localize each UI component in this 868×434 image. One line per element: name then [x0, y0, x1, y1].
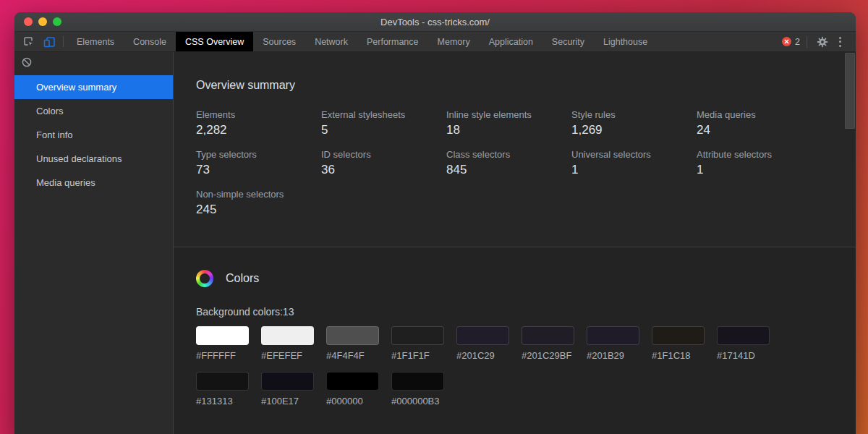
- css-overview-panel: Overview summary Colors Font info Unused…: [14, 52, 856, 434]
- error-count[interactable]: 2: [795, 37, 800, 47]
- menu-separator: [807, 36, 807, 48]
- tabbar-right-controls: 2: [782, 32, 856, 51]
- color-wheel-icon: [196, 270, 213, 287]
- kebab-icon: [839, 37, 841, 47]
- stat-elements: Elements 2,282: [196, 109, 321, 137]
- color-swatch: [652, 326, 705, 345]
- background-colors-row-2: #131313 #100E17 #000000 #000000B3: [196, 372, 821, 407]
- close-window-button[interactable]: [24, 17, 33, 26]
- window-title: DevTools - css-tricks.com/: [380, 17, 490, 27]
- tab-lighthouse[interactable]: Lighthouse: [594, 32, 657, 51]
- devtools-tabbar: Elements Console CSS Overview Sources Ne…: [14, 32, 856, 52]
- color-swatch-item: #000000: [326, 372, 379, 407]
- stat-media-queries: Media queries 24: [697, 109, 822, 137]
- settings-button[interactable]: [814, 32, 831, 51]
- overview-summary-title: Overview summary: [196, 79, 821, 92]
- color-swatch: [717, 326, 770, 345]
- css-overview-sidebar: Overview summary Colors Font info Unused…: [14, 52, 174, 434]
- clear-overview-button[interactable]: [21, 56, 33, 68]
- color-swatch: [391, 372, 444, 391]
- sidebar-item-unused-declarations[interactable]: Unused declarations: [14, 147, 173, 171]
- color-swatch-item: #FFFFFF: [196, 326, 249, 361]
- color-swatch-item: #201C29: [456, 326, 509, 361]
- sidebar-item-font-info[interactable]: Font info: [14, 123, 173, 147]
- color-swatch: [196, 326, 249, 345]
- stat-class-selectors: Class selectors 845: [446, 149, 571, 177]
- css-overview-main: Overview summary Elements 2,282 External…: [174, 52, 856, 434]
- devtools-window: DevTools - css-tricks.com/ Elements Cons…: [14, 12, 856, 434]
- color-swatch-item: #201B29: [587, 326, 639, 361]
- stats-grid: Elements 2,282 External stylesheets 5 In…: [196, 109, 821, 217]
- inspect-cursor-icon: [23, 36, 35, 48]
- stat-external-stylesheets: External stylesheets 5: [321, 109, 446, 137]
- tab-memory[interactable]: Memory: [428, 32, 480, 51]
- block-icon: [21, 56, 33, 68]
- color-swatch-item: #201C29BF: [522, 326, 574, 361]
- sidebar-toolbar: [14, 52, 173, 72]
- scrollbar-thumb[interactable]: [845, 53, 855, 129]
- tab-console[interactable]: Console: [124, 32, 176, 51]
- toggle-device-toolbar-button[interactable]: [39, 32, 59, 51]
- zoom-window-button[interactable]: [53, 17, 61, 26]
- color-swatch-item: #4F4F4F: [326, 326, 379, 361]
- color-swatch: [261, 326, 314, 345]
- toolbar-separator: [63, 36, 64, 47]
- color-swatch-item: #17141D: [717, 326, 770, 361]
- background-colors-label: Background colors:13: [196, 306, 821, 318]
- color-swatch-item: #000000B3: [391, 372, 444, 407]
- colors-section: Colors Background colors:13 #FFFFFF #EFE…: [174, 247, 856, 434]
- more-options-button[interactable]: [831, 32, 848, 51]
- stat-inline-style-elements: Inline style elements 18: [446, 109, 571, 137]
- color-swatch: [522, 326, 574, 345]
- tab-performance[interactable]: Performance: [357, 32, 428, 51]
- background-colors-row-1: #FFFFFF #EFEFEF #4F4F4F #1F1F1F: [196, 326, 821, 361]
- vertical-scrollbar[interactable]: [844, 52, 856, 434]
- tab-network[interactable]: Network: [305, 32, 357, 51]
- sidebar-item-colors[interactable]: Colors: [14, 99, 173, 123]
- tab-sources[interactable]: Sources: [253, 32, 305, 51]
- stat-type-selectors: Type selectors 73: [196, 149, 321, 177]
- color-swatch: [456, 326, 509, 345]
- stat-universal-selectors: Universal selectors 1: [571, 149, 697, 177]
- inspect-element-button[interactable]: [19, 32, 39, 51]
- color-swatch: [391, 326, 444, 345]
- tab-security[interactable]: Security: [542, 32, 594, 51]
- tab-application[interactable]: Application: [480, 32, 542, 51]
- color-swatch: [196, 372, 249, 391]
- traffic-lights: [24, 12, 61, 31]
- device-toolbar-icon: [43, 36, 56, 48]
- titlebar: DevTools - css-tricks.com/: [14, 12, 856, 32]
- colors-title: Colors: [226, 272, 259, 285]
- stat-attribute-selectors: Attribute selectors 1: [697, 149, 822, 177]
- color-swatch: [261, 372, 314, 391]
- color-swatch-item: #EFEFEF: [261, 326, 314, 361]
- stat-id-selectors: ID selectors 36: [321, 149, 446, 177]
- panel-tabs: Elements Console CSS Overview Sources Ne…: [67, 32, 657, 51]
- colors-header: Colors: [196, 270, 821, 287]
- stat-style-rules: Style rules 1,269: [571, 109, 697, 137]
- color-swatch-item: #100E17: [261, 372, 314, 407]
- color-swatch: [587, 326, 639, 345]
- sidebar-item-media-queries[interactable]: Media queries: [14, 171, 173, 195]
- color-swatch-item: #131313: [196, 372, 249, 407]
- overview-summary-section: Overview summary Elements 2,282 External…: [174, 52, 856, 247]
- color-swatch-item: #1F1F1F: [391, 326, 444, 361]
- gear-icon: [817, 36, 828, 48]
- tab-css-overview[interactable]: CSS Overview: [176, 32, 253, 51]
- sidebar-item-overview-summary[interactable]: Overview summary: [14, 75, 173, 99]
- minimize-window-button[interactable]: [38, 17, 47, 26]
- color-swatch-item: #1F1C18: [652, 326, 705, 361]
- stat-non-simple-selectors: Non-simple selectors 245: [196, 189, 321, 217]
- color-swatch: [326, 372, 379, 391]
- error-badge-icon[interactable]: [782, 37, 791, 46]
- sidebar-items: Overview summary Colors Font info Unused…: [14, 75, 173, 195]
- color-swatch: [326, 326, 379, 345]
- tab-elements[interactable]: Elements: [67, 32, 124, 51]
